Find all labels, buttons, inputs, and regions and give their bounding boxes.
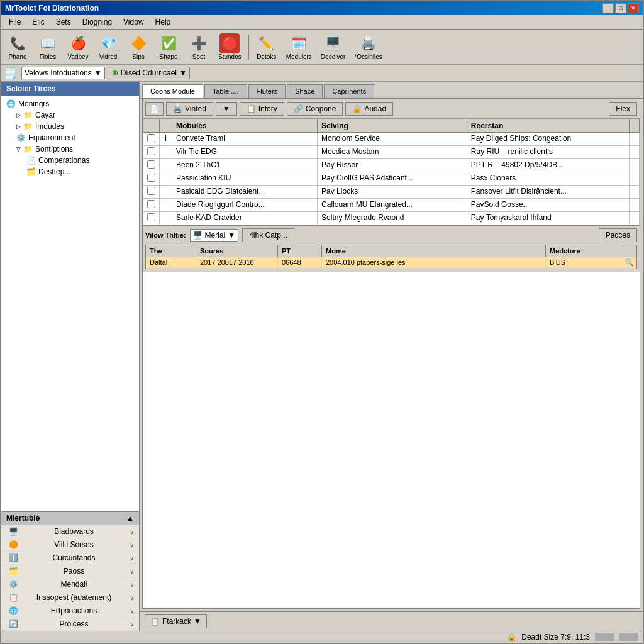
- sips-icon: 🔶: [128, 33, 148, 53]
- table-row[interactable]: Passiciation KIU Pay CiolIG PAS Adstican…: [143, 172, 640, 186]
- pdf-button[interactable]: 📄: [145, 102, 164, 116]
- decoiver-icon: 🖥️: [323, 33, 343, 53]
- menu-elic[interactable]: Elic: [27, 16, 49, 28]
- toolbar-fioles[interactable]: 📖 Fioles: [34, 31, 62, 62]
- vinted-button[interactable]: 🖨️ Vinted: [166, 102, 213, 116]
- minimize-button[interactable]: _: [602, 3, 614, 13]
- table-row[interactable]: Pasicald EDG Diatcalent... Pav Liocks Pa…: [143, 186, 640, 199]
- toolbar-phane[interactable]: 📞 Phane: [4, 31, 31, 62]
- close-button[interactable]: ✕: [628, 3, 639, 13]
- table-row[interactable]: Vilr Tic EDG Mecdiea Mostom Ray RIU – re…: [143, 146, 640, 159]
- erfprinactions-label: Erfprinactions: [51, 606, 97, 615]
- status-text: Deadt Size 7:9, 11:3: [521, 633, 590, 641]
- tree-label-sontiptions: Sontíptions: [35, 145, 73, 153]
- menu-diogning[interactable]: Diogning: [77, 16, 117, 28]
- cell-check[interactable]: [143, 212, 160, 225]
- cell-check[interactable]: [143, 199, 160, 212]
- menu-file[interactable]: File: [4, 16, 26, 28]
- section-inssopest[interactable]: 📋 Inssopest (àdatement) ∨: [1, 591, 139, 604]
- section-paoss[interactable]: 🗂️ Paoss ∨: [1, 565, 139, 578]
- toolbar-medulers[interactable]: 🗓️ Medulers: [283, 31, 315, 62]
- tab-caprinents[interactable]: Caprínents: [324, 84, 374, 98]
- infory-button[interactable]: 📋 Infory: [240, 102, 284, 116]
- expand-icon-miertuble: ▲: [126, 514, 134, 523]
- tab-fluters[interactable]: Fluters: [248, 84, 286, 98]
- proicess-icon: 🔄: [9, 619, 18, 628]
- tree-item-imdudes[interactable]: ▷ 📁 Imdudes: [14, 121, 136, 132]
- pacces-button[interactable]: Pacces: [599, 228, 637, 242]
- section-viilti[interactable]: 🟠 Viilti Sorses ∨: [1, 538, 139, 552]
- tab-coons-module[interactable]: Coons Module: [142, 84, 203, 98]
- status-icon: 🔒: [507, 633, 516, 641]
- toolbar-detoks[interactable]: ✏️ Detoks: [253, 31, 280, 62]
- table-row[interactable]: i Convete Traml Monolom Service Pay Diig…: [143, 133, 640, 146]
- lower-controls: Vilow Thltie: 🖥️ Merial ▼ 4lhk Catp... P…: [145, 228, 637, 242]
- tree-item-equiaronment[interactable]: ⚙️ Equiaronment: [14, 132, 136, 143]
- vinted-icon: 🖨️: [173, 104, 182, 113]
- tree-item-sontiptions[interactable]: ▽ 📁 Sontíptions: [14, 143, 136, 155]
- table-row[interactable]: Been 2 ThC1 Pay Rissor PPT R – 49802 Dp/…: [143, 159, 640, 172]
- infory-label: Infory: [258, 104, 277, 113]
- proicess-label: Proicess: [59, 619, 88, 628]
- dropdown-toggle-icon: ▼: [223, 104, 230, 113]
- toolbar-vidred[interactable]: 💎 Vidred: [94, 31, 122, 62]
- vadpev-icon: 🍎: [68, 33, 88, 53]
- chevron-inssopest: ∨: [130, 594, 134, 601]
- catp-button[interactable]: 4lhk Catp...: [242, 228, 294, 242]
- stundos-label: Stundos: [218, 53, 242, 60]
- menu-help[interactable]: Help: [150, 16, 176, 28]
- toolbar-stundos[interactable]: 🔴 Stundos: [215, 31, 245, 62]
- toolbar-vadpev[interactable]: 🍎 Vadpev: [64, 31, 92, 62]
- bladbwards-label: Bladbwards: [54, 527, 94, 536]
- dropdown-dised[interactable]: ⊕ Díṡed Cdurricael ▼: [109, 67, 190, 79]
- flex-label: Flex: [616, 104, 630, 113]
- toolbar-decoiver[interactable]: 🖥️ Decoiver: [318, 31, 348, 62]
- toolbar-shape[interactable]: ✅ Shape: [155, 31, 182, 62]
- ftarkack-button[interactable]: 📋 Ftarkack ▼: [145, 614, 207, 628]
- chevron-proicess: ∨: [130, 621, 134, 628]
- cell-check[interactable]: [143, 146, 160, 159]
- cell-check[interactable]: [143, 133, 160, 146]
- toolbar-soot[interactable]: ➕ Soot: [185, 31, 213, 62]
- tree-item-comperationas[interactable]: 📄 Comperationas: [24, 155, 136, 166]
- menu-vidow[interactable]: Vidow: [118, 16, 148, 28]
- lower-dropdown-arrow: ▼: [228, 231, 235, 240]
- bottom-bar: 📋 Ftarkack ▼: [140, 611, 643, 631]
- flex-button[interactable]: Flex: [609, 102, 637, 116]
- tab-shace[interactable]: Shace: [287, 84, 323, 98]
- tree-item-cayar[interactable]: ▷ 📁 Cayar: [14, 109, 136, 121]
- curcuntands-label: Curcuntands: [52, 553, 95, 562]
- soot-icon: ➕: [189, 33, 209, 53]
- lower-dropdown[interactable]: 🖥️ Merial ▼: [190, 229, 239, 242]
- conpone-button[interactable]: 🔗 Conpone: [287, 102, 343, 116]
- audad-button[interactable]: 🔒 Audad: [345, 102, 393, 116]
- dropdown-toggle-button[interactable]: ▼: [216, 102, 237, 116]
- tab-table[interactable]: Table ....: [204, 84, 247, 98]
- table-row[interactable]: Sarle KAD Cravider Soltny Mlegrade Rvaon…: [143, 212, 640, 225]
- cell-check[interactable]: [143, 172, 160, 186]
- decoiver-label: Decoiver: [321, 53, 345, 60]
- section-mendail[interactable]: ⚙️ Mendail ∨: [1, 578, 139, 591]
- section-curcuntands[interactable]: ℹ️ Curcuntands ∨: [1, 552, 139, 565]
- cell-scroll: [630, 133, 640, 146]
- maximize-button[interactable]: □: [615, 3, 626, 13]
- section-erfprinactions[interactable]: 🌐 Erfprinactions ∨: [1, 604, 139, 618]
- chevron-erfprinactions: ∨: [130, 608, 134, 614]
- toolbar-sips[interactable]: 🔶 Sips: [125, 31, 152, 62]
- dropdown-velows[interactable]: Velows Infoduations ▼: [21, 67, 105, 79]
- tree-item-desttep[interactable]: 🗂️ Desttep...: [24, 166, 136, 177]
- status-separator1: [595, 633, 614, 641]
- shape-label: Shape: [160, 53, 178, 60]
- erfprinactions-icon: 🌐: [9, 606, 18, 615]
- section-bladbwards[interactable]: 🖥️ Bladbwards ∨: [1, 525, 139, 538]
- cell-check[interactable]: [143, 186, 160, 199]
- tree-item-moningrs[interactable]: 🌐 Moningrs: [4, 98, 136, 109]
- toolbar-ocsiniies[interactable]: 🖨️ *Ocsiniies: [351, 31, 385, 62]
- cell-check[interactable]: [143, 159, 160, 172]
- lower-table-row[interactable]: Daltal 2017 20017 2018 06648 2004.010 pt…: [146, 257, 636, 269]
- section-proicess[interactable]: 🔄 Proicess ∨: [1, 618, 139, 631]
- table-row[interactable]: Diade Rlogiiggurl Contro... Callouarn MU…: [143, 199, 640, 212]
- cell-scroll: [630, 199, 640, 212]
- menu-sets[interactable]: Sets: [51, 16, 76, 28]
- dropdown-velows-label: Velows Infoduations: [25, 69, 92, 77]
